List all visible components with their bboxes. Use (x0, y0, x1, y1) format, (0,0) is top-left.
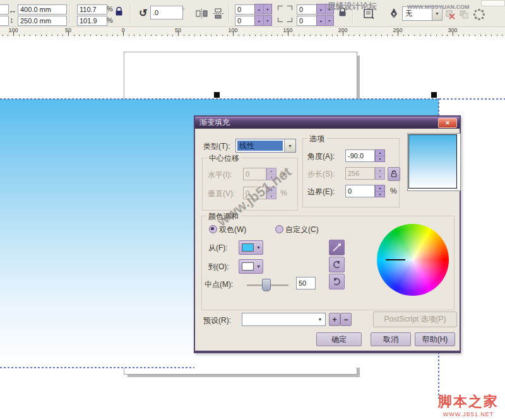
corner-bracket-icon (278, 6, 283, 10)
vertical-label: 垂直(V): (208, 189, 235, 199)
chevron-down-icon[interactable]: ▼ (284, 139, 295, 152)
guideline-horizontal-bottom[interactable] (0, 367, 194, 368)
angle-label: 角度(A): (307, 151, 335, 162)
two-color-radio[interactable] (209, 225, 217, 233)
rotate-nodes-icon[interactable] (472, 8, 486, 21)
corner-radius-tl-spinner[interactable]: ▴▾ (254, 4, 272, 15)
options-group-label: 选项 (307, 134, 326, 144)
edge-label: 边界(E): (307, 187, 335, 197)
window-edge (481, 0, 505, 6)
steps-spinner: ▲▼ (375, 167, 385, 180)
horizontal-field: 0 (243, 168, 266, 180)
dialog-titlebar[interactable]: 渐变填充 (195, 117, 460, 129)
watermark-forum-text: 思缘设计论坛 (328, 1, 377, 12)
edge-spinner[interactable]: ▲▼ (375, 185, 385, 197)
selection-handle-corner[interactable] (431, 92, 437, 98)
ruler-label: 300 (448, 27, 457, 33)
scale-height-field[interactable]: 101.9 (77, 16, 107, 26)
steps-lock-button[interactable] (388, 167, 400, 181)
corner-radius-br-spinner[interactable]: ▴▾ (316, 15, 334, 26)
mirror-vertical-icon[interactable] (213, 8, 225, 19)
horizontal-spinner: ▲▼ (266, 168, 276, 180)
color-wheel-needle (386, 259, 405, 260)
angle-field[interactable]: -90.0 (345, 149, 375, 162)
postscript-options-button: PostScript 选项(P) (373, 312, 457, 327)
from-color-swatch (242, 243, 254, 252)
object-width-field[interactable]: 400.0 mm (18, 4, 67, 15)
position-x-field[interactable] (0, 4, 9, 15)
app-window: ↔ ↕ 400.0 mm 250.0 mm 110.7 101.9 % % ↺ … (0, 0, 505, 420)
cancel-button[interactable]: 取消 (371, 332, 411, 346)
from-label: 从(F): (208, 243, 228, 254)
color-blend-group-label: 颜色调和 (206, 211, 241, 222)
ruler-label: 100 (8, 27, 18, 33)
close-icon[interactable]: ✕ (438, 118, 457, 128)
rotation-icon: ↺ (139, 7, 147, 19)
chevron-down-icon[interactable]: ▼ (315, 313, 325, 325)
outline-width-value: 无 (403, 9, 432, 18)
edge-field[interactable]: 0 (345, 185, 375, 197)
type-dropdown[interactable]: 线性 ▼ (235, 139, 296, 153)
percent-label: % (107, 16, 113, 24)
preset-add-button[interactable]: + (329, 313, 340, 326)
direct-path-icon (332, 243, 342, 252)
rotation-angle-field[interactable]: .0 (150, 6, 183, 20)
preset-remove-button[interactable]: − (340, 313, 352, 326)
clockwise-icon (332, 277, 342, 286)
help-button[interactable]: 帮助(H) (415, 332, 455, 346)
direct-path-button[interactable] (329, 240, 345, 255)
percent-label: % (280, 189, 287, 197)
vertical-spinner: ▲▼ (266, 187, 276, 199)
ruler-label: 50 (175, 27, 181, 33)
mirror-horizontal-icon[interactable] (196, 8, 208, 19)
logo-site: WWW.JB51.NET (438, 411, 499, 417)
arrange-icon[interactable] (460, 10, 468, 19)
midpoint-field[interactable]: 50 (296, 277, 316, 289)
from-color-picker[interactable]: ▼ (239, 240, 263, 255)
lock-ratio-icon[interactable] (115, 7, 123, 16)
ruler[interactable]: 10050050100150200250300 (0, 27, 505, 37)
object-height-icon: ↕ (9, 15, 14, 25)
ruler-label: 150 (283, 27, 292, 33)
center-offset-group-label: 中心位移 (207, 153, 241, 164)
ruler-label: 0 (121, 27, 124, 33)
unlock-icon (391, 170, 397, 178)
steps-field: 256 (345, 167, 375, 180)
object-width-icon: ↔ (8, 6, 16, 15)
angle-spinner[interactable]: ▲▼ (375, 149, 385, 162)
percent-label: % (390, 187, 397, 195)
ruler-label: 250 (393, 27, 402, 33)
watermark-site-text: WWW.MISSYUAN.COM (407, 4, 470, 10)
gradient-fill-dialog: 渐变填充 ✕ 类型(T): 线性 ▼ 中心位移 水平(I): 0 ▲▼ % 垂直… (194, 115, 461, 353)
counterclockwise-path-button[interactable] (329, 257, 345, 272)
selection-handle-top[interactable] (214, 92, 220, 98)
percent-label: % (280, 170, 287, 178)
guideline-horizontal-top[interactable] (0, 98, 505, 100)
chevron-down-icon: ▼ (256, 245, 261, 250)
scale-width-field[interactable]: 110.7 (77, 4, 107, 15)
center-offset-group: 中心位移 (202, 158, 298, 211)
chevron-down-icon: ▼ (256, 264, 261, 269)
to-color-picker[interactable]: ▼ (239, 259, 263, 274)
custom-label: 自定义(C) (285, 225, 319, 235)
counterclockwise-icon (332, 260, 342, 269)
outline-pen-icon[interactable] (389, 8, 399, 20)
presets-dropdown[interactable]: ▼ (242, 313, 326, 326)
midpoint-label: 中点(M): (205, 279, 233, 290)
position-y-field[interactable] (0, 16, 9, 26)
vertical-field: 0 (243, 187, 266, 199)
corner-radius-bl-spinner[interactable]: ▴▾ (254, 15, 272, 26)
degree-label: ° (182, 6, 184, 14)
site-logo: 脚本之家 WWW.JB51.NET (438, 392, 499, 417)
ok-button[interactable]: 确定 (316, 332, 362, 346)
corner-bracket-icon (287, 18, 292, 22)
property-bar: ↔ ↕ 400.0 mm 250.0 mm 110.7 101.9 % % ↺ … (0, 0, 505, 27)
horizontal-label: 水平(I): (208, 170, 232, 180)
delete-transform-icon[interactable] (446, 10, 456, 20)
midpoint-slider-thumb[interactable] (262, 279, 271, 291)
custom-radio[interactable] (275, 225, 283, 233)
object-height-field[interactable]: 250.0 mm (18, 16, 67, 26)
steps-label: 步长(S): (307, 169, 335, 180)
clockwise-path-button[interactable] (329, 274, 345, 289)
to-color-swatch (242, 262, 254, 271)
